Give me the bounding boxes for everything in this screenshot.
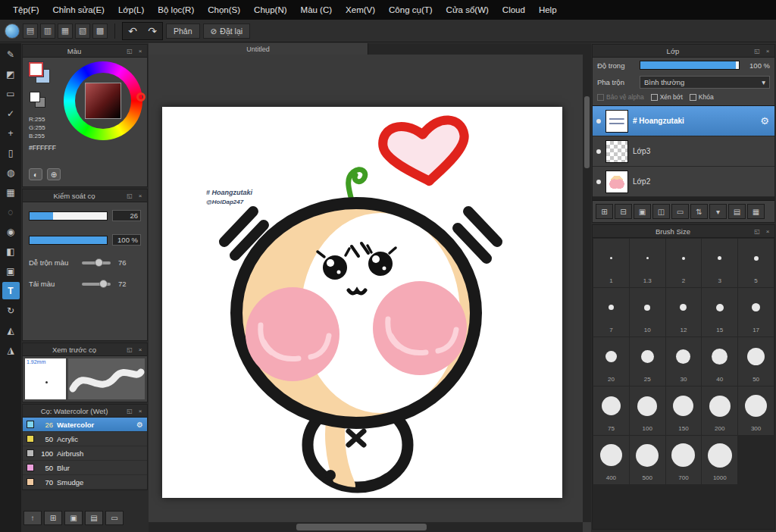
eraser-tool[interactable]: ◩ (2, 65, 20, 83)
brush-list-item[interactable]: 70Smudge (23, 475, 147, 490)
brush-size-cell[interactable]: 100 (630, 386, 665, 435)
current-brush-icon[interactable] (5, 23, 20, 39)
move-tool[interactable]: + (2, 124, 20, 142)
brush-size-cell[interactable]: 1000 (702, 436, 737, 484)
brush-size-cell[interactable]: 1.3 (630, 239, 665, 287)
brush-size-cell[interactable]: 150 (666, 386, 702, 435)
brush-folder-icon[interactable]: ▭ (105, 511, 124, 525)
clear-layer-icon[interactable]: ▤ (728, 204, 746, 219)
mix-color-slider[interactable] (82, 261, 111, 264)
checkbox-lock[interactable]: Khóa (690, 93, 714, 101)
brush-size-cell[interactable]: 5 (738, 239, 774, 287)
popout-icon[interactable]: ◱ (126, 346, 133, 353)
close-icon[interactable]: × (136, 48, 144, 55)
brush-size-cell[interactable]: 700 (666, 436, 702, 484)
menu-item-select[interactable]: Chọn(S) (201, 5, 247, 14)
move-layer-icon[interactable]: ⇅ (690, 204, 708, 219)
paste-icon[interactable]: ▤ (23, 23, 38, 39)
redo-icon[interactable]: ↷ (142, 23, 162, 39)
snap-settings-icon[interactable]: ▧ (75, 23, 90, 39)
foreground-color-swatch[interactable] (29, 62, 43, 77)
upload-brush-icon[interactable]: ↑ (23, 511, 42, 525)
close-icon[interactable]: × (764, 48, 771, 55)
pen-tool[interactable]: ✎ (2, 45, 20, 63)
menu-item-help[interactable]: Help (532, 5, 564, 14)
brush-list-item[interactable]: 50Acrylic (23, 432, 147, 446)
checkbox-protect-alpha[interactable]: Bảo vệ alpha (597, 93, 644, 101)
menu-item-filter[interactable]: Bộ lọc(R) (151, 5, 201, 14)
wand-tool[interactable]: ✓ (2, 105, 20, 122)
eyedropper-tool[interactable]: ◉ (2, 223, 20, 240)
brush-size-cell[interactable]: 7 (593, 288, 629, 336)
remove-layer-icon[interactable]: ⊟ (615, 204, 632, 219)
layer-menu-icon[interactable]: ▾ (709, 204, 727, 219)
gradient-tool[interactable]: ◧ (2, 243, 20, 260)
zoom-tool[interactable]: ◮ (2, 341, 20, 358)
flip-button[interactable]: Phản (166, 23, 200, 39)
brush-size-value[interactable]: 26 (112, 210, 141, 221)
vertical-scroll-thumb[interactable] (584, 96, 590, 168)
brush-opacity-slider[interactable] (29, 236, 108, 245)
brush-size-cell[interactable]: 40 (702, 337, 737, 386)
canvas-vertical-scrollbar[interactable] (583, 55, 591, 522)
menu-item-cloud[interactable]: Cloud (496, 5, 532, 14)
popout-icon[interactable]: ◱ (126, 48, 133, 55)
stamp-tool[interactable]: ▣ (2, 262, 20, 280)
brush-settings-gear-icon[interactable]: ⚙ (136, 421, 143, 429)
save-icon[interactable]: ▥ (40, 23, 55, 39)
saturation-picker[interactable] (85, 83, 121, 119)
brush-size-slider[interactable] (29, 211, 108, 221)
text-tool[interactable]: T (2, 282, 20, 299)
brush-size-cell[interactable]: 200 (702, 386, 737, 435)
brush-opacity-value[interactable]: 100 % (112, 234, 141, 246)
brush-size-cell[interactable]: 300 (738, 386, 774, 435)
brush-size-cell[interactable]: 75 (593, 386, 629, 435)
menu-item-snap[interactable]: Chụp(N) (247, 5, 293, 14)
popout-icon[interactable]: ◱ (126, 408, 133, 415)
brush-size-cell[interactable]: 400 (593, 436, 629, 484)
brush-size-cell[interactable]: 50 (738, 337, 774, 386)
new-layer-icon[interactable]: ⊞ (596, 204, 613, 219)
reset-button[interactable]: ⊘ Đặt lại (203, 23, 251, 39)
close-icon[interactable]: × (136, 408, 144, 415)
popout-icon[interactable]: ◱ (753, 48, 761, 55)
close-icon[interactable]: × (764, 228, 771, 235)
menu-item-window[interactable]: Cửa sổ(W) (440, 5, 496, 14)
lasso-tool[interactable]: ◌ (2, 203, 20, 221)
popout-icon[interactable]: ◱ (753, 228, 761, 235)
brush-size-cell[interactable]: 15 (702, 288, 737, 336)
drawing-canvas[interactable]: # Hoangzutaki @HoiDap247 (162, 107, 562, 498)
brush-size-cell[interactable]: 1 (593, 239, 629, 287)
blend-mode-select[interactable]: Bình thường ▾ (640, 76, 770, 89)
brush-size-cell[interactable]: 17 (738, 288, 774, 336)
select-tool[interactable]: ▭ (2, 85, 20, 102)
merge-layer-icon[interactable]: ◫ (652, 204, 670, 219)
layer-row-lop2[interactable]: Lớp2 (593, 167, 774, 197)
menu-item-view[interactable]: Xem(V) (339, 5, 382, 14)
layer-visibility-dot[interactable] (596, 149, 601, 154)
brush-size-cell[interactable]: 2 (666, 239, 702, 287)
secondary-swatch-front[interactable] (30, 92, 40, 102)
menu-item-layer[interactable]: Lớp(L) (111, 5, 151, 14)
shape-tool[interactable]: ▯ (2, 144, 20, 161)
canvas-horizontal-scrollbar[interactable] (149, 522, 583, 532)
brush-list-item[interactable]: 100Airbrush (23, 446, 147, 461)
menu-item-file[interactable]: Tệp(F) (6, 5, 46, 14)
brush-list-item[interactable]: 50Blur (23, 461, 147, 475)
undo-icon[interactable]: ↶ (123, 23, 142, 39)
menu-item-color[interactable]: Màu (C) (294, 5, 340, 14)
brush-size-cell[interactable]: 10 (630, 288, 665, 336)
layer-visibility-dot[interactable] (596, 180, 601, 184)
brush-size-cell[interactable]: 3 (702, 239, 737, 287)
export-icon[interactable]: ▦ (58, 23, 73, 39)
layer-opacity-slider[interactable] (640, 61, 740, 70)
checkbox-clipping[interactable]: Xén bớt (651, 93, 683, 101)
layer-settings-gear-icon[interactable]: ⚙ (760, 115, 769, 127)
delete-layer-icon[interactable]: ▦ (747, 204, 765, 219)
document-tab[interactable]: Untitled (149, 43, 368, 55)
smudge-tool[interactable]: ◭ (2, 321, 20, 339)
menu-item-edit[interactable]: Chỉnh sửa(E) (46, 5, 111, 14)
color-mixer-icon[interactable]: ⊕ (47, 168, 61, 180)
close-icon[interactable]: × (136, 346, 144, 353)
palette-icon[interactable]: ◐ (29, 168, 42, 180)
